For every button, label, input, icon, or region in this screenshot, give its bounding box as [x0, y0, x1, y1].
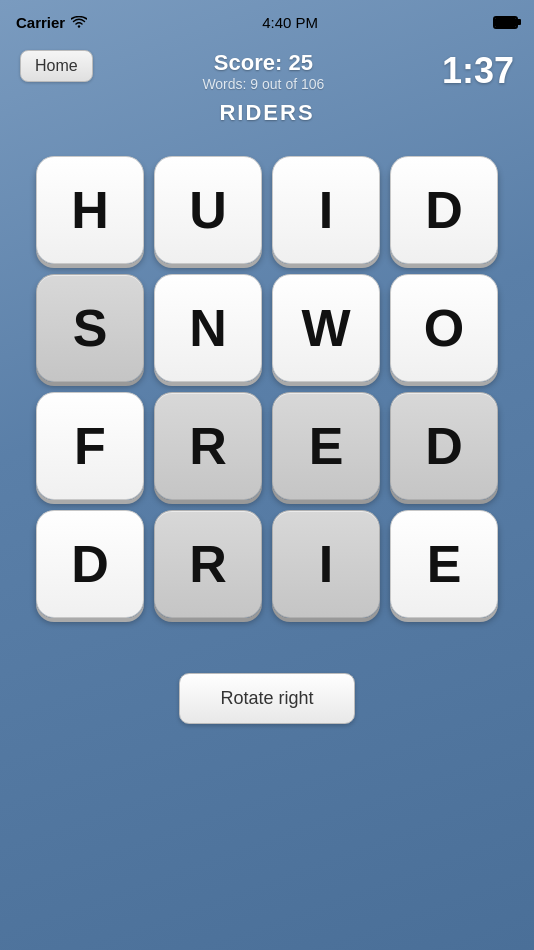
battery-icon [493, 16, 518, 29]
tile-1-2[interactable]: W [272, 274, 380, 382]
time-display: 4:40 PM [262, 14, 318, 31]
grid-row-3: DRIE [36, 510, 498, 618]
rotate-button-container: Rotate right [0, 673, 534, 724]
score-section: Score: 25 Words: 9 out of 106 [93, 50, 434, 92]
home-button[interactable]: Home [20, 50, 93, 82]
tile-0-3[interactable]: D [390, 156, 498, 264]
tile-3-1[interactable]: R [154, 510, 262, 618]
tile-3-3[interactable]: E [390, 510, 498, 618]
status-bar: Carrier 4:40 PM [0, 0, 534, 44]
svg-point-0 [78, 25, 80, 27]
carrier-info: Carrier [16, 14, 87, 31]
battery-area [493, 16, 518, 29]
words-display: Words: 9 out of 106 [93, 76, 434, 92]
grid-row-2: FRED [36, 392, 498, 500]
rotate-right-button[interactable]: Rotate right [179, 673, 354, 724]
tile-0-2[interactable]: I [272, 156, 380, 264]
wifi-icon [71, 14, 87, 31]
tile-2-3[interactable]: D [390, 392, 498, 500]
tile-1-0[interactable]: S [36, 274, 144, 382]
tile-3-0[interactable]: D [36, 510, 144, 618]
tile-2-2[interactable]: E [272, 392, 380, 500]
timer-display: 1:37 [434, 50, 514, 92]
tile-1-3[interactable]: O [390, 274, 498, 382]
game-grid: HUIDSNWOFREDDRIE [0, 156, 534, 618]
tile-0-1[interactable]: U [154, 156, 262, 264]
game-header: Home Score: 25 Words: 9 out of 106 1:37 [0, 44, 534, 92]
tile-2-0[interactable]: F [36, 392, 144, 500]
grid-row-0: HUID [36, 156, 498, 264]
carrier-label: Carrier [16, 14, 65, 31]
score-display: Score: 25 [93, 50, 434, 76]
grid-row-1: SNWO [36, 274, 498, 382]
tile-0-0[interactable]: H [36, 156, 144, 264]
current-word: RIDERS [0, 100, 534, 126]
tile-1-1[interactable]: N [154, 274, 262, 382]
tile-2-1[interactable]: R [154, 392, 262, 500]
tile-3-2[interactable]: I [272, 510, 380, 618]
